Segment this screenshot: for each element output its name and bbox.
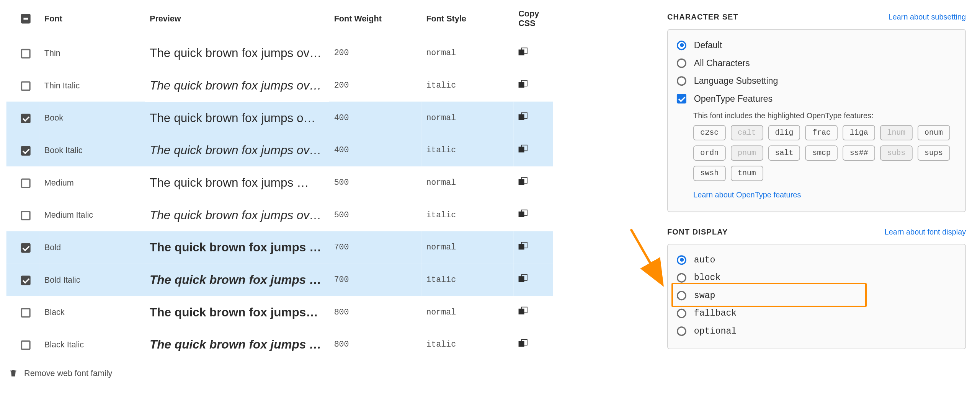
font-weight: 800 xyxy=(329,296,421,329)
font-weight: 400 xyxy=(329,102,421,134)
option-label: auto xyxy=(694,255,715,265)
radio-icon xyxy=(677,255,686,264)
character-set-header: CHARACTER SET Learn about subsetting xyxy=(667,13,966,21)
radio-icon xyxy=(677,58,686,68)
row-checkbox[interactable] xyxy=(21,340,31,350)
opentype-tag-liga[interactable]: liga xyxy=(843,125,875,140)
font-name: Black xyxy=(39,296,145,329)
opentype-tag-lnum: lnum xyxy=(880,125,912,140)
header-preview: Preview xyxy=(145,0,329,37)
font-name: Medium xyxy=(39,166,145,199)
checkbox-icon xyxy=(677,94,686,103)
option-label: fallback xyxy=(694,308,737,318)
learn-subsetting-link[interactable]: Learn about subsetting xyxy=(889,13,966,21)
font-style: italic xyxy=(421,199,513,231)
copy-css-icon[interactable] xyxy=(518,145,527,153)
font-weight: 200 xyxy=(329,37,421,69)
header-copy: Copy CSS xyxy=(513,0,553,37)
copy-css-icon[interactable] xyxy=(518,112,527,121)
font-preview: The quick brown fox jumps … xyxy=(145,166,329,199)
select-all-checkbox[interactable] xyxy=(21,14,31,24)
header-style: Font Style xyxy=(421,0,513,37)
font-preview: The quick brown fox jumps… xyxy=(145,296,329,329)
row-checkbox[interactable] xyxy=(21,275,31,285)
remove-font-family-button[interactable]: Remove web font family xyxy=(7,361,553,386)
copy-css-icon[interactable] xyxy=(518,80,527,89)
row-checkbox[interactable] xyxy=(21,113,31,123)
copy-css-icon[interactable] xyxy=(518,242,527,251)
radio-icon xyxy=(677,76,686,85)
learn-opentype-link[interactable]: Learn about OpenType features xyxy=(693,191,801,199)
copy-css-icon[interactable] xyxy=(518,177,527,186)
opentype-tag-c2sc[interactable]: c2sc xyxy=(693,125,725,140)
character-set-title: CHARACTER SET xyxy=(667,13,738,21)
opentype-tag-ss##[interactable]: ss## xyxy=(843,145,875,161)
charset-radio-default[interactable]: Default xyxy=(677,36,956,54)
opentype-features-checkbox[interactable]: OpenType Features xyxy=(677,90,956,107)
font-style: italic xyxy=(421,264,513,296)
font-style: italic xyxy=(421,69,513,102)
row-checkbox[interactable] xyxy=(21,178,31,188)
table-row: Book Italic The quick brown fox jumps ov… xyxy=(7,134,553,166)
font-display-radio-fallback[interactable]: fallback xyxy=(677,304,956,322)
copy-css-icon[interactable] xyxy=(518,48,527,57)
font-preview: The quick brown fox jumps o… xyxy=(145,264,329,296)
font-weight: 800 xyxy=(329,328,421,361)
opentype-tag-frac[interactable]: frac xyxy=(805,125,838,140)
font-display-radio-auto[interactable]: auto xyxy=(677,251,956,269)
learn-font-display-link[interactable]: Learn about font display xyxy=(885,227,966,236)
table-row: Black Italic The quick brown fox jumps …… xyxy=(7,328,553,361)
remove-font-family-label: Remove web font family xyxy=(24,368,112,378)
font-style: normal xyxy=(421,231,513,264)
font-weight: 500 xyxy=(329,166,421,199)
copy-css-icon[interactable] xyxy=(518,339,527,348)
font-name: Thin xyxy=(39,37,145,69)
row-checkbox[interactable] xyxy=(21,243,31,252)
font-preview: The quick brown fox jumps ov… xyxy=(145,199,329,231)
radio-icon xyxy=(677,273,686,282)
row-checkbox[interactable] xyxy=(21,49,31,58)
settings-panel: CHARACTER SET Learn about subsetting Def… xyxy=(655,0,972,386)
font-display-radio-swap[interactable]: swap xyxy=(677,287,956,304)
opentype-tag-ordn[interactable]: ordn xyxy=(693,145,725,161)
font-weight: 700 xyxy=(329,264,421,296)
table-row: Medium Italic The quick brown fox jumps … xyxy=(7,199,553,231)
radio-icon xyxy=(677,40,686,50)
table-row: Thin Italic The quick brown fox jumps ov… xyxy=(7,69,553,102)
header-weight: Font Weight xyxy=(329,0,421,37)
font-name: Bold xyxy=(39,231,145,264)
font-style: normal xyxy=(421,296,513,329)
font-name: Bold Italic xyxy=(39,264,145,296)
font-display-radio-optional[interactable]: optional xyxy=(677,322,956,340)
opentype-tag-smcp[interactable]: smcp xyxy=(805,145,838,161)
row-checkbox[interactable] xyxy=(21,210,31,220)
option-label: All Characters xyxy=(694,58,750,68)
character-set-box: Default All Characters Language Subsetti… xyxy=(667,29,966,212)
table-row: Medium The quick brown fox jumps … 500 n… xyxy=(7,166,553,199)
opentype-tag-salt[interactable]: salt xyxy=(768,145,800,161)
opentype-tag-tnum[interactable]: tnum xyxy=(731,166,763,181)
font-preview: The quick brown fox jumps ov… xyxy=(145,37,329,69)
charset-radio-language-subsetting[interactable]: Language Subsetting xyxy=(677,72,956,90)
opentype-tag-swsh[interactable]: swsh xyxy=(693,166,725,181)
row-checkbox[interactable] xyxy=(21,308,31,317)
opentype-tag-sups[interactable]: sups xyxy=(918,145,950,161)
header-font: Font xyxy=(39,0,145,37)
copy-css-icon[interactable] xyxy=(518,274,527,283)
opentype-tag-pnum: pnum xyxy=(731,145,763,161)
font-name: Book xyxy=(39,102,145,134)
opentype-tag-dlig[interactable]: dlig xyxy=(768,125,800,140)
font-style: normal xyxy=(421,166,513,199)
copy-css-icon[interactable] xyxy=(518,210,527,218)
font-display-radio-block[interactable]: block xyxy=(677,269,956,286)
font-style: italic xyxy=(421,328,513,361)
row-checkbox[interactable] xyxy=(21,81,31,91)
row-checkbox[interactable] xyxy=(21,146,31,155)
copy-css-icon[interactable] xyxy=(518,307,527,316)
table-row: Black The quick brown fox jumps… 800 nor… xyxy=(7,296,553,329)
opentype-tag-onum[interactable]: onum xyxy=(918,125,950,140)
font-table: Font Preview Font Weight Font Style Copy… xyxy=(7,0,553,361)
charset-radio-all-characters[interactable]: All Characters xyxy=(677,54,956,72)
table-row: Bold Italic The quick brown fox jumps o…… xyxy=(7,264,553,296)
font-display-header: FONT DISPLAY Learn about font display xyxy=(667,227,966,236)
